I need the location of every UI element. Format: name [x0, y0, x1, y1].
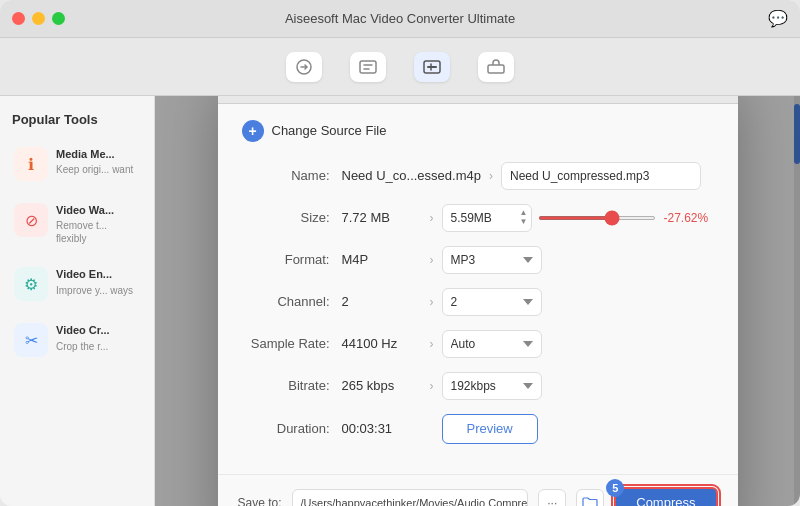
change-source-file[interactable]: + Change Source File — [242, 120, 714, 142]
sidebar-item-video-watermark[interactable]: ⊘ Video Wa... Remove t... flexibly — [8, 195, 146, 253]
convert-icon — [293, 58, 315, 76]
preview-button[interactable]: Preview — [442, 414, 538, 444]
size-up-arrow[interactable]: ▲ — [520, 209, 528, 217]
channel-select[interactable]: 2 1 — [442, 288, 542, 316]
sidebar-item-video-crop[interactable]: ✂ Video Cr... Crop the r... — [8, 315, 146, 365]
duration-field: Preview — [442, 414, 714, 444]
compress-badge: 5 — [606, 479, 624, 497]
save-to-label: Save to: — [238, 496, 282, 507]
title-bar: Aiseesoft Mac Video Converter Ultimate 💬 — [0, 0, 800, 38]
bitrate-original: 265 kbps — [342, 378, 422, 393]
name-arrow: › — [481, 169, 501, 183]
form-row-duration: Duration: 00:03:31 Preview — [242, 414, 714, 444]
convert-icon-box — [286, 52, 322, 82]
format-select[interactable]: MP3 AAC WAV FLAC — [442, 246, 542, 274]
toolbox-icon-box — [478, 52, 514, 82]
name-label: Name: — [242, 168, 342, 183]
sidebar-item-video-enhancer[interactable]: ⚙ Video En... Improve y... ways — [8, 259, 146, 309]
video-enhancer-title: Video En... — [56, 267, 133, 281]
channel-field: 2 1 — [442, 288, 714, 316]
toolbar-editor[interactable] — [350, 52, 386, 82]
size-arrows: ▲ ▼ — [520, 209, 528, 226]
chat-icon: 💬 — [768, 9, 788, 28]
media-metadata-icon: ℹ — [14, 147, 48, 181]
audio-compressor-dialog: Audio Compressor + Change Source File Na… — [218, 96, 738, 506]
compress-button[interactable]: Compress — [614, 487, 717, 507]
video-watermark-icon: ⊘ — [14, 203, 48, 237]
size-original: 7.72 MB — [342, 210, 422, 225]
bitrate-field: 192kbps 128kbps 256kbps — [442, 372, 714, 400]
minimize-button[interactable] — [32, 12, 45, 25]
channel-label: Channel: — [242, 294, 342, 309]
size-spinbox: ▲ ▼ — [442, 204, 532, 232]
form-row-name: Name: Need U_co...essed.m4p › — [242, 162, 714, 190]
bitrate-arrow: › — [422, 379, 442, 393]
duration-label: Duration: — [242, 421, 342, 436]
content-area: Popular Tools ℹ Media Me... Keep origi..… — [0, 96, 800, 506]
format-arrow: › — [422, 253, 442, 267]
size-slider[interactable] — [538, 216, 656, 220]
format-original: M4P — [342, 252, 422, 267]
folder-icon — [582, 496, 598, 507]
sample-rate-original: 44100 Hz — [342, 336, 422, 351]
video-crop-icon: ✂ — [14, 323, 48, 357]
toolbox-icon — [485, 58, 507, 76]
media-metadata-title: Media Me... — [56, 147, 133, 161]
editor-icon-box — [350, 52, 386, 82]
browse-folder-button[interactable] — [576, 489, 604, 507]
app-title: Aiseesoft Mac Video Converter Ultimate — [285, 11, 515, 26]
video-crop-title: Video Cr... — [56, 323, 110, 337]
sidebar-item-media-metadata[interactable]: ℹ Media Me... Keep origi... want — [8, 139, 146, 189]
dialog-footer: Save to: /Users/happyacethinker/Movies/A… — [218, 474, 738, 507]
svg-rect-3 — [488, 65, 504, 73]
video-crop-desc: Crop the r... — [56, 340, 110, 353]
maximize-button[interactable] — [52, 12, 65, 25]
size-input[interactable] — [442, 204, 532, 232]
duration-original: 00:03:31 — [342, 421, 422, 436]
size-down-arrow[interactable]: ▼ — [520, 218, 528, 226]
form-row-bitrate: Bitrate: 265 kbps › 192kbps 128kbps 256k… — [242, 372, 714, 400]
dialog-titlebar: Audio Compressor — [218, 96, 738, 104]
name-field — [501, 162, 714, 190]
bitrate-select[interactable]: 192kbps 128kbps 256kbps — [442, 372, 542, 400]
editor-icon — [357, 58, 379, 76]
save-path: /Users/happyacethinker/Movies/Audio Comp… — [292, 489, 529, 507]
form-row-size: Size: 7.72 MB › ▲ ▼ — [242, 204, 714, 232]
main-content: Audio Compressor + Change Source File Na… — [155, 96, 800, 506]
sample-rate-arrow: › — [422, 337, 442, 351]
compress-wrap: 5 Compress — [614, 487, 717, 507]
format-field: MP3 AAC WAV FLAC — [442, 246, 714, 274]
size-field: ▲ ▼ -27.62% — [442, 204, 714, 232]
sample-rate-label: Sample Rate: — [242, 336, 342, 351]
size-arrow: › — [422, 211, 442, 225]
more-options-button[interactable]: ··· — [538, 489, 566, 507]
toolbar-convert[interactable] — [286, 52, 322, 82]
size-percent: -27.62% — [664, 211, 714, 225]
channel-arrow: › — [422, 295, 442, 309]
compress-icon-box — [414, 52, 450, 82]
toolbar-toolbox[interactable] — [478, 52, 514, 82]
toolbar-compress[interactable] — [414, 52, 450, 82]
close-button[interactable] — [12, 12, 25, 25]
name-original: Need U_co...essed.m4p — [342, 168, 481, 183]
dialog-body: + Change Source File Name: Need U_co...e… — [218, 104, 738, 474]
video-enhancer-desc: Improve y... ways — [56, 284, 133, 297]
compress-icon — [421, 58, 443, 76]
size-slider-wrap: -27.62% — [538, 211, 714, 225]
svg-rect-1 — [360, 61, 376, 73]
size-label: Size: — [242, 210, 342, 225]
app-window: Aiseesoft Mac Video Converter Ultimate 💬 — [0, 0, 800, 506]
sample-rate-select[interactable]: Auto 44100 Hz 22050 Hz — [442, 330, 542, 358]
change-source-label: Change Source File — [272, 123, 387, 138]
plus-icon: + — [242, 120, 264, 142]
channel-original: 2 — [342, 294, 422, 309]
sample-rate-field: Auto 44100 Hz 22050 Hz — [442, 330, 714, 358]
sidebar-title: Popular Tools — [8, 112, 146, 127]
form-row-format: Format: M4P › MP3 AAC WAV FLAC — [242, 246, 714, 274]
bitrate-label: Bitrate: — [242, 378, 342, 393]
name-input[interactable] — [501, 162, 701, 190]
video-watermark-title: Video Wa... — [56, 203, 140, 217]
toolbar — [0, 38, 800, 96]
video-enhancer-icon: ⚙ — [14, 267, 48, 301]
media-metadata-desc: Keep origi... want — [56, 163, 133, 176]
